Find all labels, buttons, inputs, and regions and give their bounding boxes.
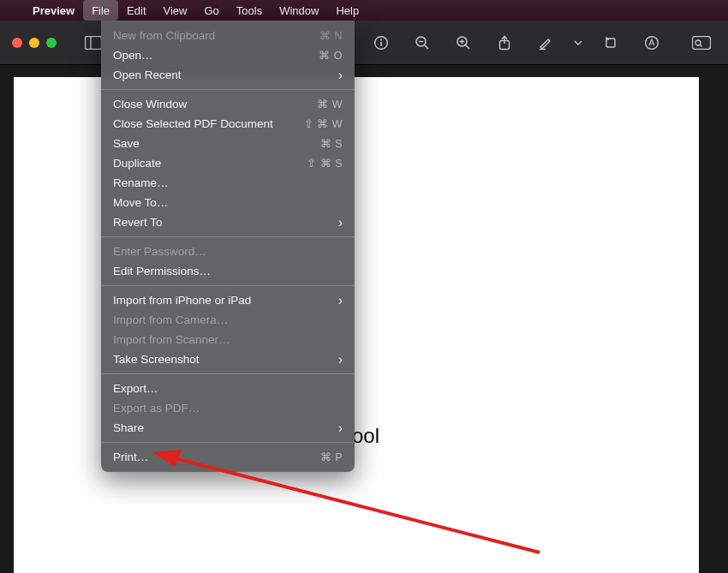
menu-item-label: Print… bbox=[113, 451, 148, 463]
svg-line-9 bbox=[466, 45, 469, 48]
menubar-item-label: Tools bbox=[236, 4, 262, 17]
menu-item-label: Open Recent bbox=[113, 69, 182, 81]
menu-item-label: Import from iPhone or iPad bbox=[113, 294, 251, 307]
chevron-right-icon: › bbox=[338, 353, 343, 367]
menu-item-label: Import from Camera… bbox=[113, 313, 228, 326]
menu-item-enter-password: Enter Password… bbox=[101, 242, 355, 261]
menu-item-import-from-scanner: Import from Scanner… bbox=[101, 330, 355, 349]
menubar-item-label: Edit bbox=[127, 4, 146, 17]
svg-point-3 bbox=[380, 39, 382, 40]
menu-separator bbox=[101, 285, 355, 286]
menu-item-edit-permissions[interactable]: Edit Permissions… bbox=[101, 261, 355, 281]
menubar-item-go[interactable]: Go bbox=[195, 0, 227, 21]
menu-item-label: Export… bbox=[113, 382, 158, 395]
chevron-right-icon: › bbox=[338, 421, 343, 435]
menu-item-duplicate[interactable]: Duplicate⇧ ⌘ S bbox=[101, 153, 355, 173]
menu-item-rename[interactable]: Rename… bbox=[101, 173, 355, 193]
chevron-down-icon[interactable] bbox=[572, 31, 584, 55]
menu-item-label: Take Screenshot bbox=[113, 353, 200, 366]
menubar-item-view[interactable]: View bbox=[155, 0, 196, 21]
menu-item-label: Open… bbox=[113, 49, 153, 62]
menu-item-shortcut: ⇧ ⌘ S bbox=[307, 157, 343, 170]
menu-item-label: Save bbox=[113, 137, 140, 150]
toolbar-right-group bbox=[367, 31, 716, 55]
menu-item-label: Revert To bbox=[113, 216, 163, 229]
menu-item-shortcut: ⌘ W bbox=[317, 98, 343, 110]
menu-item-shortcut: ⌘ S bbox=[320, 137, 343, 150]
menu-item-label: Duplicate bbox=[113, 157, 161, 170]
menu-item-close-selected-pdf-document[interactable]: Close Selected PDF Document⇧ ⌘ W bbox=[101, 114, 355, 134]
menubar-item-window[interactable]: Window bbox=[271, 0, 327, 21]
menu-item-label: Share bbox=[113, 421, 144, 434]
chevron-right-icon: › bbox=[338, 294, 343, 307]
menu-item-label: Rename… bbox=[113, 176, 169, 189]
menubar-item-label: Help bbox=[336, 4, 359, 17]
menu-item-label: Enter Password… bbox=[113, 245, 206, 258]
rotate-icon[interactable] bbox=[596, 31, 625, 55]
menu-item-label: Close Window bbox=[113, 98, 187, 110]
menu-item-shortcut: ⌘ N bbox=[319, 29, 343, 42]
menubar-item-file[interactable]: File bbox=[83, 0, 118, 21]
highlight-icon[interactable] bbox=[531, 31, 560, 55]
svg-rect-4 bbox=[380, 41, 382, 45]
menu-separator bbox=[101, 373, 355, 374]
menu-item-close-window[interactable]: Close Window⌘ W bbox=[101, 94, 355, 114]
menu-item-revert-to[interactable]: Revert To› bbox=[101, 212, 355, 232]
chevron-right-icon: › bbox=[338, 216, 343, 230]
svg-rect-0 bbox=[86, 36, 102, 49]
chevron-right-icon: › bbox=[338, 69, 343, 82]
menu-item-open[interactable]: Open…⌘ O bbox=[101, 45, 355, 65]
menu-separator bbox=[101, 236, 355, 237]
menubar-item-edit[interactable]: Edit bbox=[118, 0, 154, 21]
menu-item-open-recent[interactable]: Open Recent› bbox=[101, 65, 355, 85]
menubar-item-tools[interactable]: Tools bbox=[228, 0, 271, 21]
menu-item-print[interactable]: Print…⌘ P bbox=[101, 447, 355, 467]
window-fullscreen-button[interactable] bbox=[46, 38, 57, 48]
document-text-fragment: ool bbox=[352, 424, 379, 448]
info-icon[interactable] bbox=[367, 31, 396, 55]
app-name[interactable]: Preview bbox=[24, 4, 83, 17]
menu-item-shortcut: ⌘ P bbox=[320, 451, 343, 463]
window-minimize-button[interactable] bbox=[29, 38, 39, 48]
menu-separator bbox=[101, 89, 355, 90]
menu-separator bbox=[101, 442, 355, 443]
svg-point-18 bbox=[695, 40, 701, 45]
menu-item-export[interactable]: Export… bbox=[101, 379, 355, 398]
window-traffic-lights bbox=[12, 38, 57, 48]
file-menu-dropdown: New from Clipboard⌘ NOpen…⌘ OOpen Recent… bbox=[101, 21, 355, 472]
menu-item-share[interactable]: Share› bbox=[101, 418, 355, 438]
window-close-button[interactable] bbox=[12, 38, 22, 48]
menu-item-label: Import from Scanner… bbox=[113, 333, 230, 346]
search-icon[interactable] bbox=[687, 31, 716, 55]
menu-item-shortcut: ⇧ ⌘ W bbox=[304, 117, 343, 130]
svg-line-6 bbox=[425, 45, 428, 48]
menu-item-import-from-camera: Import from Camera… bbox=[101, 310, 355, 330]
svg-line-19 bbox=[700, 45, 701, 46]
menu-item-take-screenshot[interactable]: Take Screenshot› bbox=[101, 349, 355, 369]
zoom-out-icon[interactable] bbox=[408, 31, 437, 55]
menu-item-import-from-iphone-or-ipad[interactable]: Import from iPhone or iPad› bbox=[101, 290, 355, 310]
menu-item-label: Close Selected PDF Document bbox=[113, 117, 273, 130]
menu-item-label: Move To… bbox=[113, 196, 168, 209]
system-menubar: Preview File Edit View Go Tools Window H… bbox=[0, 0, 728, 21]
menu-item-new-from-clipboard: New from Clipboard⌘ N bbox=[101, 26, 355, 45]
menubar-item-help[interactable]: Help bbox=[327, 0, 367, 21]
menu-item-save[interactable]: Save⌘ S bbox=[101, 134, 355, 153]
menubar-item-label: Window bbox=[279, 4, 319, 17]
menu-item-label: Edit Permissions… bbox=[113, 265, 211, 278]
zoom-in-icon[interactable] bbox=[449, 31, 478, 55]
menu-item-label: Export as PDF… bbox=[113, 402, 200, 415]
menubar-item-label: View bbox=[164, 4, 188, 17]
share-icon[interactable] bbox=[490, 31, 519, 55]
menu-item-export-as-pdf: Export as PDF… bbox=[101, 398, 355, 418]
menu-item-label: New from Clipboard bbox=[113, 29, 215, 42]
menu-item-move-to[interactable]: Move To… bbox=[101, 193, 355, 212]
menubar-item-label: Go bbox=[204, 4, 218, 17]
menu-item-shortcut: ⌘ O bbox=[319, 49, 343, 62]
markup-icon[interactable] bbox=[637, 31, 666, 55]
menubar-item-label: File bbox=[92, 4, 110, 17]
